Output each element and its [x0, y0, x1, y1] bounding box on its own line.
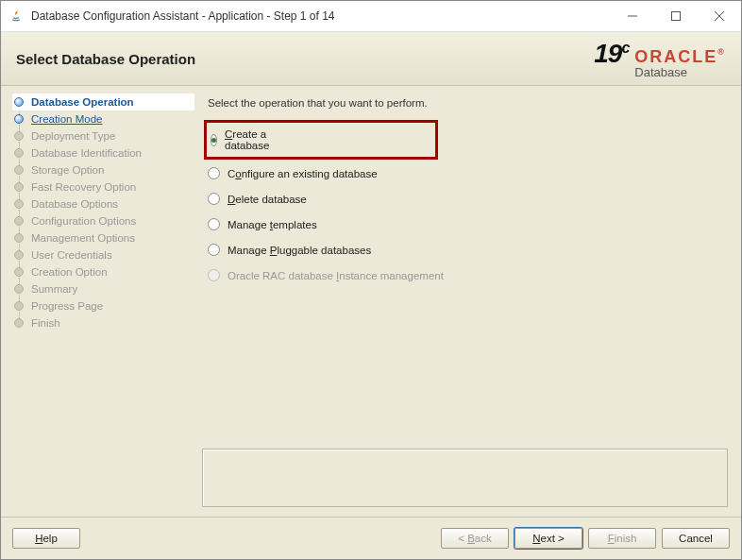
radio-icon — [208, 193, 220, 205]
operation-prompt: Select the operation that you want to pe… — [202, 97, 728, 109]
operation-radio[interactable]: Create a database — [211, 128, 246, 151]
step-bullet-icon — [14, 182, 24, 192]
operation-radio: Oracle RAC database Instance management — [208, 269, 728, 281]
wizard-header: Select Database Operation 19c ORACLE® Da… — [1, 32, 741, 86]
sidebar-step: User Credentials — [12, 246, 194, 263]
step-bullet-icon — [14, 114, 24, 124]
content-area: Select Database Operation 19c ORACLE® Da… — [1, 32, 741, 559]
sidebar-step: Management Options — [12, 229, 194, 246]
window-title: Database Configuration Assistant - Appli… — [31, 9, 611, 23]
sidebar-step: Finish — [12, 314, 194, 331]
next-button[interactable]: Next > — [514, 528, 582, 549]
operation-options: Create a databaseConfigure an existing d… — [202, 126, 728, 281]
page-title: Select Database Operation — [16, 51, 594, 67]
radio-icon — [208, 244, 220, 256]
sidebar-step: Storage Option — [12, 161, 194, 178]
radio-icon — [208, 218, 220, 230]
radio-label: Delete database — [228, 194, 307, 205]
sidebar-step: Database Options — [12, 195, 194, 212]
step-label: Deployment Type — [31, 130, 115, 142]
step-label: Storage Option — [31, 164, 104, 176]
radio-icon — [211, 134, 217, 146]
step-label: Summary — [31, 283, 77, 295]
operation-radio[interactable]: Manage Pluggable databases — [208, 244, 728, 256]
sidebar-step: Creation Option — [12, 263, 194, 280]
step-bullet-icon — [14, 267, 24, 277]
close-button[interactable] — [698, 1, 741, 31]
step-label: Management Options — [31, 232, 135, 244]
step-bullet-icon — [14, 148, 24, 158]
step-bullet-icon — [14, 318, 24, 328]
step-bullet-icon — [14, 284, 24, 294]
maximize-button[interactable] — [654, 1, 698, 31]
step-bullet-icon — [14, 97, 24, 107]
wizard-footer: Help < Back Next > Finish Cancel — [1, 517, 741, 559]
step-label: User Credentials — [31, 249, 112, 261]
step-label: Database Operation — [31, 96, 134, 108]
window-controls — [611, 1, 741, 31]
java-icon — [8, 8, 24, 24]
radio-label: Create a database — [225, 128, 269, 151]
main-panel: Select the operation that you want to pe… — [194, 86, 741, 517]
cancel-button[interactable]: Cancel — [662, 528, 730, 549]
sidebar-step: Configuration Options — [12, 212, 194, 229]
svg-rect-1 — [672, 12, 681, 21]
radio-label: Manage Pluggable databases — [228, 245, 371, 256]
finish-button[interactable]: Finish — [588, 528, 656, 549]
back-button[interactable]: < Back — [441, 528, 509, 549]
brand-version: 19c — [594, 39, 629, 69]
sidebar-step: Progress Page — [12, 297, 194, 314]
sidebar-step: Deployment Type — [12, 127, 194, 144]
step-label: Progress Page — [31, 300, 103, 312]
step-bullet-icon — [14, 216, 24, 226]
step-bullet-icon — [14, 301, 24, 311]
body-area: Database OperationCreation ModeDeploymen… — [1, 86, 741, 517]
sidebar-step[interactable]: Creation Mode — [12, 110, 194, 127]
sidebar-step: Fast Recovery Option — [12, 178, 194, 195]
step-bullet-icon — [14, 165, 24, 175]
window-frame: Database Configuration Assistant - Appli… — [0, 0, 742, 560]
sidebar-step[interactable]: Database Operation — [12, 93, 194, 110]
radio-label: Oracle RAC database Instance management — [228, 270, 444, 281]
highlight-box: Create a database — [204, 120, 438, 160]
step-label: Database Identification — [31, 147, 142, 159]
radio-icon — [208, 269, 220, 281]
radio-label: Configure an existing database — [228, 168, 378, 179]
titlebar: Database Configuration Assistant - Appli… — [1, 1, 741, 32]
step-label: Creation Option — [31, 266, 108, 278]
brand-name-block: ORACLE® Database — [634, 47, 726, 79]
wizard-sidebar: Database OperationCreation ModeDeploymen… — [1, 86, 194, 517]
help-button[interactable]: Help — [12, 528, 80, 549]
step-bullet-icon — [14, 199, 24, 209]
sidebar-step: Database Identification — [12, 144, 194, 161]
step-list: Database OperationCreation ModeDeploymen… — [12, 93, 194, 331]
sidebar-step: Summary — [12, 280, 194, 297]
radio-label: Manage templates — [228, 219, 317, 230]
step-label: Creation Mode — [31, 113, 102, 125]
step-label: Finish — [31, 317, 60, 329]
step-bullet-icon — [14, 131, 24, 141]
description-box — [202, 449, 728, 507]
step-label: Database Options — [31, 198, 118, 210]
radio-icon — [208, 167, 220, 179]
minimize-button[interactable] — [611, 1, 654, 31]
operation-radio[interactable]: Delete database — [208, 193, 728, 205]
step-bullet-icon — [14, 250, 24, 260]
step-bullet-icon — [14, 233, 24, 243]
step-label: Configuration Options — [31, 215, 136, 227]
brand-logo: 19c ORACLE® Database — [594, 39, 726, 79]
step-label: Fast Recovery Option — [31, 181, 136, 193]
operation-radio[interactable]: Configure an existing database — [208, 167, 728, 179]
operation-radio[interactable]: Manage templates — [208, 218, 728, 230]
